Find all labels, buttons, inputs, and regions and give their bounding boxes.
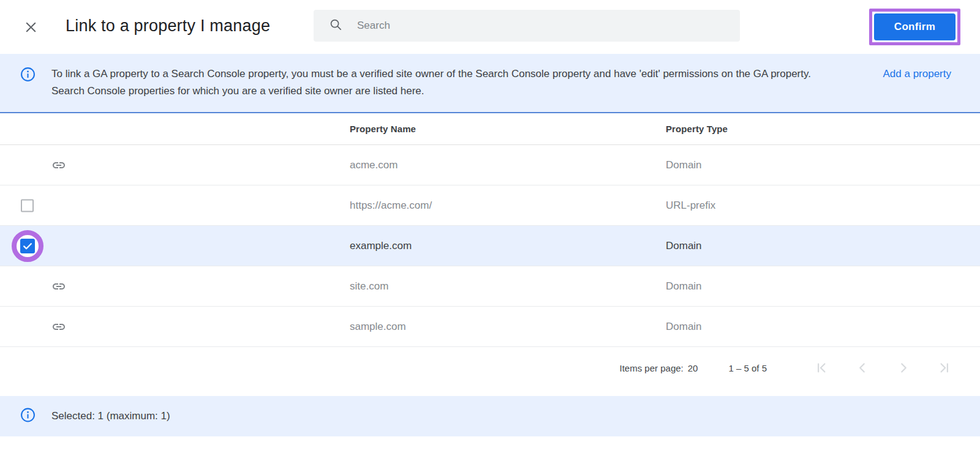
annotation-highlight-checkbox bbox=[12, 230, 43, 262]
dialog-header: Link to a property I manage Confirm bbox=[0, 0, 980, 54]
info-banner-text: To link a GA property to a Search Consol… bbox=[51, 65, 842, 100]
column-header-property-type: Property Type bbox=[666, 113, 728, 144]
page-range-label: 1 – 5 of 5 bbox=[728, 363, 767, 373]
table-row: sample.com Domain bbox=[0, 307, 980, 347]
property-type-cell: Domain bbox=[666, 266, 702, 306]
selection-status-text: Selected: 1 (maximum: 1) bbox=[51, 396, 170, 436]
add-property-link[interactable]: Add a property bbox=[883, 65, 951, 83]
confirm-button[interactable]: Confirm bbox=[874, 13, 956, 40]
property-type-cell: Domain bbox=[666, 307, 702, 346]
table-header-row: Property Name Property Type bbox=[0, 113, 980, 145]
next-page-icon[interactable] bbox=[895, 360, 911, 376]
row-checkbox-unchecked[interactable] bbox=[21, 199, 34, 212]
dialog-title: Link to a property I manage bbox=[66, 17, 270, 35]
items-per-page-label: Items per page: bbox=[620, 363, 684, 373]
link-icon bbox=[51, 279, 66, 294]
property-name-cell: sample.com bbox=[350, 307, 406, 346]
row-checkbox-checked[interactable] bbox=[20, 239, 35, 253]
search-box[interactable] bbox=[314, 10, 740, 42]
table-row-selected[interactable]: example.com Domain bbox=[0, 226, 980, 266]
property-name-cell: https://acme.com/ bbox=[350, 185, 432, 225]
property-name-cell: site.com bbox=[350, 266, 388, 306]
property-type-cell: Domain bbox=[666, 226, 702, 266]
properties-table: Property Name Property Type acme.com Dom… bbox=[0, 113, 980, 389]
close-icon[interactable] bbox=[21, 18, 40, 36]
link-icon bbox=[51, 319, 66, 334]
property-type-cell: URL-prefix bbox=[666, 185, 715, 225]
property-name-cell: example.com bbox=[350, 226, 412, 266]
link-icon bbox=[51, 158, 66, 173]
property-type-cell: Domain bbox=[666, 145, 702, 185]
link-property-dialog: Link to a property I manage Confirm To l… bbox=[0, 0, 980, 436]
column-header-property-name: Property Name bbox=[350, 113, 416, 144]
pagination: Items per page: 20 1 – 5 of 5 bbox=[0, 347, 980, 389]
search-input[interactable] bbox=[356, 19, 723, 32]
divider bbox=[0, 389, 980, 396]
table-row[interactable]: https://acme.com/ URL-prefix bbox=[0, 185, 980, 226]
info-icon bbox=[20, 67, 36, 84]
previous-page-icon[interactable] bbox=[854, 360, 870, 376]
annotation-highlight-confirm: Confirm bbox=[869, 9, 960, 45]
table-row: site.com Domain bbox=[0, 266, 980, 307]
selection-banner: Selected: 1 (maximum: 1) bbox=[0, 396, 980, 436]
table-row: acme.com Domain bbox=[0, 145, 980, 185]
info-banner: To link a GA property to a Search Consol… bbox=[0, 54, 980, 113]
first-page-icon[interactable] bbox=[813, 360, 829, 376]
items-per-page-value[interactable]: 20 bbox=[688, 363, 698, 373]
last-page-icon[interactable] bbox=[937, 360, 952, 376]
search-icon bbox=[329, 18, 343, 34]
info-icon bbox=[20, 408, 36, 425]
property-name-cell: acme.com bbox=[350, 145, 398, 185]
